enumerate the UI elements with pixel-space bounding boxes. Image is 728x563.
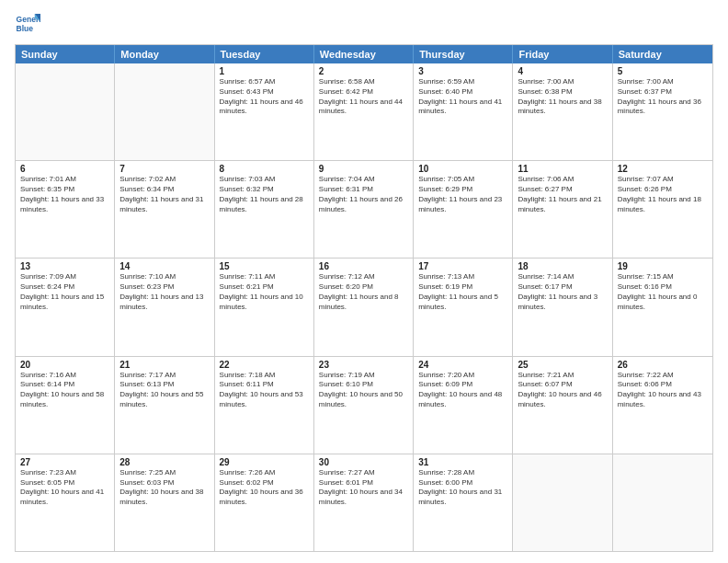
calendar-day-17: 17Sunrise: 7:13 AM Sunset: 6:19 PM Dayli… (414, 259, 513, 355)
day-info: Sunrise: 7:15 AM Sunset: 6:16 PM Dayligh… (618, 272, 708, 312)
calendar-day-29: 29Sunrise: 7:26 AM Sunset: 6:02 PM Dayli… (215, 454, 314, 551)
calendar-day-empty (16, 63, 115, 160)
calendar-day-14: 14Sunrise: 7:10 AM Sunset: 6:23 PM Dayli… (115, 259, 214, 355)
calendar-week-2: 6Sunrise: 7:01 AM Sunset: 6:35 PM Daylig… (16, 160, 712, 258)
calendar-day-empty (115, 63, 214, 160)
day-number: 22 (220, 360, 309, 370)
day-info: Sunrise: 7:09 AM Sunset: 6:24 PM Dayligh… (20, 272, 109, 312)
day-number: 16 (319, 261, 408, 271)
day-number: 19 (618, 261, 708, 271)
calendar-day-25: 25Sunrise: 7:21 AM Sunset: 6:07 PM Dayli… (513, 357, 612, 454)
day-number: 28 (119, 457, 209, 467)
day-number: 6 (20, 164, 109, 174)
calendar-day-6: 6Sunrise: 7:01 AM Sunset: 6:35 PM Daylig… (16, 161, 115, 258)
day-number: 18 (518, 261, 607, 271)
svg-text:Blue: Blue (17, 24, 34, 33)
day-info: Sunrise: 7:05 AM Sunset: 6:29 PM Dayligh… (418, 175, 507, 214)
day-number: 10 (418, 164, 507, 174)
calendar-day-18: 18Sunrise: 7:14 AM Sunset: 6:17 PM Dayli… (513, 259, 612, 355)
day-info: Sunrise: 7:11 AM Sunset: 6:21 PM Dayligh… (220, 272, 309, 312)
calendar-week-5: 27Sunrise: 7:23 AM Sunset: 6:05 PM Dayli… (16, 454, 712, 551)
day-info: Sunrise: 7:25 AM Sunset: 6:03 PM Dayligh… (119, 468, 209, 508)
header-day-sunday: Sunday (16, 45, 115, 63)
day-info: Sunrise: 7:22 AM Sunset: 6:06 PM Dayligh… (618, 371, 708, 410)
calendar-day-8: 8Sunrise: 7:03 AM Sunset: 6:32 PM Daylig… (215, 161, 314, 258)
calendar-day-16: 16Sunrise: 7:12 AM Sunset: 6:20 PM Dayli… (314, 259, 414, 355)
calendar-day-empty (613, 454, 712, 551)
day-info: Sunrise: 7:20 AM Sunset: 6:09 PM Dayligh… (418, 371, 507, 410)
calendar-day-empty (513, 454, 612, 551)
day-number: 17 (418, 261, 507, 271)
day-number: 4 (518, 66, 607, 76)
calendar-day-20: 20Sunrise: 7:16 AM Sunset: 6:14 PM Dayli… (16, 357, 115, 454)
day-info: Sunrise: 7:13 AM Sunset: 6:19 PM Dayligh… (418, 272, 507, 312)
calendar: SundayMondayTuesdayWednesdayThursdayFrid… (15, 44, 713, 552)
day-number: 7 (119, 164, 209, 174)
calendar-day-15: 15Sunrise: 7:11 AM Sunset: 6:21 PM Dayli… (215, 259, 314, 355)
day-number: 30 (319, 457, 408, 467)
calendar-week-4: 20Sunrise: 7:16 AM Sunset: 6:14 PM Dayli… (16, 356, 712, 454)
day-info: Sunrise: 7:17 AM Sunset: 6:13 PM Dayligh… (119, 371, 209, 410)
calendar-day-30: 30Sunrise: 7:27 AM Sunset: 6:01 PM Dayli… (314, 454, 414, 551)
header-day-friday: Friday (513, 45, 612, 63)
header: General Blue (15, 11, 713, 37)
calendar-day-21: 21Sunrise: 7:17 AM Sunset: 6:13 PM Dayli… (115, 357, 214, 454)
header-day-monday: Monday (115, 45, 214, 63)
calendar-header: SundayMondayTuesdayWednesdayThursdayFrid… (16, 45, 712, 63)
day-info: Sunrise: 7:16 AM Sunset: 6:14 PM Dayligh… (20, 371, 109, 410)
day-number: 21 (119, 360, 209, 370)
day-info: Sunrise: 7:12 AM Sunset: 6:20 PM Dayligh… (319, 272, 408, 312)
day-number: 8 (220, 164, 309, 174)
day-number: 20 (20, 360, 109, 370)
calendar-day-22: 22Sunrise: 7:18 AM Sunset: 6:11 PM Dayli… (215, 357, 314, 454)
day-number: 25 (518, 360, 607, 370)
calendar-day-27: 27Sunrise: 7:23 AM Sunset: 6:05 PM Dayli… (16, 454, 115, 551)
page: General Blue SundayMondayTuesdayWednesda… (0, 0, 728, 563)
day-number: 2 (319, 66, 408, 76)
day-number: 27 (20, 457, 109, 467)
header-day-saturday: Saturday (613, 45, 712, 63)
calendar-day-1: 1Sunrise: 6:57 AM Sunset: 6:43 PM Daylig… (215, 63, 314, 160)
day-number: 3 (418, 66, 507, 76)
day-info: Sunrise: 7:27 AM Sunset: 6:01 PM Dayligh… (319, 468, 408, 508)
header-day-tuesday: Tuesday (215, 45, 314, 63)
day-info: Sunrise: 7:23 AM Sunset: 6:05 PM Dayligh… (20, 468, 109, 508)
day-number: 5 (618, 66, 708, 76)
calendar-day-13: 13Sunrise: 7:09 AM Sunset: 6:24 PM Dayli… (16, 259, 115, 355)
calendar-day-5: 5Sunrise: 7:00 AM Sunset: 6:37 PM Daylig… (613, 63, 712, 160)
day-number: 9 (319, 164, 408, 174)
day-number: 14 (119, 261, 209, 271)
calendar-day-31: 31Sunrise: 7:28 AM Sunset: 6:00 PM Dayli… (414, 454, 513, 551)
day-info: Sunrise: 7:28 AM Sunset: 6:00 PM Dayligh… (418, 468, 507, 508)
day-number: 13 (20, 261, 109, 271)
day-info: Sunrise: 7:04 AM Sunset: 6:31 PM Dayligh… (319, 175, 408, 214)
day-number: 11 (518, 164, 607, 174)
day-number: 26 (618, 360, 708, 370)
calendar-day-12: 12Sunrise: 7:07 AM Sunset: 6:26 PM Dayli… (613, 161, 712, 258)
calendar-day-23: 23Sunrise: 7:19 AM Sunset: 6:10 PM Dayli… (314, 357, 414, 454)
calendar-day-26: 26Sunrise: 7:22 AM Sunset: 6:06 PM Dayli… (613, 357, 712, 454)
calendar-day-7: 7Sunrise: 7:02 AM Sunset: 6:34 PM Daylig… (115, 161, 214, 258)
day-info: Sunrise: 7:21 AM Sunset: 6:07 PM Dayligh… (518, 371, 607, 410)
calendar-day-4: 4Sunrise: 7:00 AM Sunset: 6:38 PM Daylig… (513, 63, 612, 160)
day-info: Sunrise: 7:00 AM Sunset: 6:38 PM Dayligh… (518, 77, 607, 117)
calendar-week-1: 1Sunrise: 6:57 AM Sunset: 6:43 PM Daylig… (16, 63, 712, 160)
day-number: 15 (220, 261, 309, 271)
day-info: Sunrise: 7:03 AM Sunset: 6:32 PM Dayligh… (220, 175, 309, 214)
header-day-thursday: Thursday (414, 45, 513, 63)
calendar-day-24: 24Sunrise: 7:20 AM Sunset: 6:09 PM Dayli… (414, 357, 513, 454)
day-info: Sunrise: 7:18 AM Sunset: 6:11 PM Dayligh… (220, 371, 309, 410)
day-number: 24 (418, 360, 507, 370)
calendar-day-2: 2Sunrise: 6:58 AM Sunset: 6:42 PM Daylig… (314, 63, 414, 160)
day-number: 29 (220, 457, 309, 467)
calendar-day-19: 19Sunrise: 7:15 AM Sunset: 6:16 PM Dayli… (613, 259, 712, 355)
day-info: Sunrise: 7:26 AM Sunset: 6:02 PM Dayligh… (220, 468, 309, 508)
day-info: Sunrise: 6:57 AM Sunset: 6:43 PM Dayligh… (220, 77, 309, 117)
day-info: Sunrise: 7:06 AM Sunset: 6:27 PM Dayligh… (518, 175, 607, 214)
day-info: Sunrise: 7:00 AM Sunset: 6:37 PM Dayligh… (618, 77, 708, 117)
day-number: 1 (220, 66, 309, 76)
day-info: Sunrise: 7:10 AM Sunset: 6:23 PM Dayligh… (119, 272, 209, 312)
day-info: Sunrise: 7:19 AM Sunset: 6:10 PM Dayligh… (319, 371, 408, 410)
day-info: Sunrise: 7:02 AM Sunset: 6:34 PM Dayligh… (119, 175, 209, 214)
day-number: 31 (418, 457, 507, 467)
